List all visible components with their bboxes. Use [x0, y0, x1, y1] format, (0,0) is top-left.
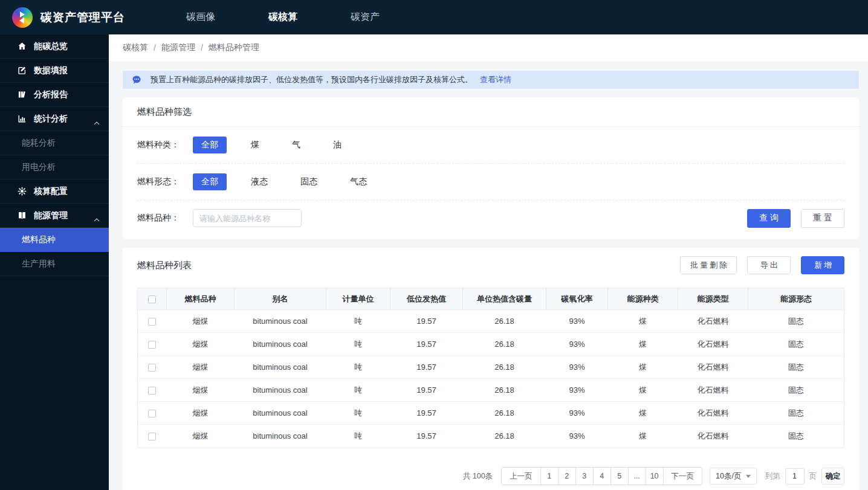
filter-option[interactable]: 煤 [242, 137, 268, 153]
table-cell: 煤 [608, 379, 678, 402]
row-checkbox[interactable] [148, 433, 156, 440]
sidebar-item[interactable]: 生产用料 [0, 252, 109, 276]
page-number-button[interactable]: 3 [575, 468, 593, 485]
top-tab[interactable]: 碳核算 [268, 11, 297, 24]
goto-confirm-button[interactable]: 确定 [821, 468, 844, 485]
table-cell: 19.57 [390, 379, 463, 402]
sidebar-item[interactable]: 能源管理 [0, 204, 109, 228]
page-number-button[interactable]: 1 [540, 468, 558, 485]
filter-option[interactable]: 气 [283, 137, 309, 153]
table-cell: bituminous coal [235, 402, 326, 425]
table-cell: 烟煤 [167, 379, 235, 402]
chart-icon [17, 114, 27, 124]
breadcrumb-item[interactable]: 碳核算 [123, 42, 148, 53]
filter-card-title: 燃料品种筛选 [123, 97, 859, 127]
table-row: 烟煤bituminous coal吨19.5726.1893%煤化石燃料固态 [138, 425, 844, 448]
table-cell: 26.18 [463, 379, 546, 402]
table-cell: 93% [546, 356, 608, 379]
table-cell: 化石燃料 [678, 356, 748, 379]
export-button[interactable]: 导出 [747, 256, 791, 274]
sidebar-item-label: 能耗分析 [22, 138, 56, 149]
page-number-button[interactable]: 2 [558, 468, 575, 485]
chevron-down-icon [746, 475, 751, 478]
table-row: 烟煤bituminous coal吨19.5726.1893%煤化石燃料固态 [138, 333, 844, 356]
page-size-select[interactable]: 10条/页 [710, 468, 756, 485]
table-cell: 19.57 [390, 333, 463, 356]
filter-option[interactable]: 全部 [193, 137, 227, 153]
home-icon [17, 42, 27, 51]
table-cell: 固态 [748, 402, 844, 425]
batch-delete-button[interactable]: 批量删除 [680, 256, 737, 274]
sidebar-item[interactable]: 用电分析 [0, 155, 109, 179]
column-header: 燃料品种 [167, 288, 235, 310]
filter-label: 燃料种类： [137, 140, 193, 150]
row-checkbox[interactable] [148, 387, 156, 395]
sidebar-item-label: 分析报告 [34, 89, 68, 100]
select-all-checkbox[interactable] [148, 295, 156, 303]
column-header: 碳氧化率 [546, 288, 608, 310]
sidebar-item-label: 用电分析 [22, 162, 56, 173]
topbar: 碳资产管理平台 碳画像碳核算碳资产 [0, 0, 868, 34]
filter-label: 燃料品种： [137, 213, 193, 224]
page-ellipsis[interactable]: ... [628, 468, 646, 485]
banner-detail-link[interactable]: 查看详情 [480, 74, 511, 85]
table-cell: 煤 [608, 356, 678, 379]
page-group: 上一页12345...10下一页 [501, 467, 702, 485]
search-button[interactable]: 查询 [747, 209, 791, 228]
page-number-button[interactable]: 4 [593, 468, 611, 485]
sidebar-item[interactable]: 能碳总览 [0, 34, 109, 59]
table-cell: 19.57 [390, 356, 463, 379]
row-checkbox[interactable] [148, 318, 156, 326]
column-header: 能源类型 [678, 288, 748, 310]
filter-card: 燃料品种筛选 燃料种类： 全部煤气油 燃料形态： 全部液态固态气态 燃料品种： … [123, 97, 859, 239]
column-header: 低位发热值 [390, 288, 463, 310]
row-select-cell [138, 310, 167, 333]
fuel-form-filter-row: 燃料形态： 全部液态固态气态 [123, 164, 859, 200]
table-cell: 93% [546, 379, 608, 402]
row-checkbox[interactable] [148, 364, 156, 372]
table-row: 烟煤bituminous coal吨19.5726.1893%煤化石燃料固态 [138, 356, 844, 379]
edit-icon [17, 66, 27, 76]
sidebar: 能碳总览数据填报分析报告统计分析能耗分析用电分析核算配置能源管理燃料品种生产用料 [0, 34, 109, 490]
sidebar-item-label: 核算配置 [34, 186, 68, 197]
page-number-button[interactable]: 5 [611, 468, 628, 485]
row-checkbox[interactable] [148, 341, 156, 349]
table-cell: 吨 [326, 333, 390, 356]
table-row: 烟煤bituminous coal吨19.5726.1893%煤化石燃料固态 [138, 402, 844, 425]
top-tab[interactable]: 碳画像 [186, 11, 215, 24]
sidebar-item[interactable]: 统计分析 [0, 107, 109, 131]
table-cell: 烟煤 [167, 402, 235, 425]
filter-option[interactable]: 液态 [242, 173, 276, 190]
table-cell: 93% [546, 333, 608, 356]
sidebar-item[interactable]: 分析报告 [0, 83, 109, 107]
filter-option[interactable]: 固态 [292, 173, 326, 190]
table-cell: bituminous coal [235, 379, 326, 402]
table-cell: 26.18 [463, 425, 546, 448]
goto-page-input[interactable] [785, 468, 805, 485]
breadcrumb-item[interactable]: 能源管理 [161, 42, 195, 53]
filter-option[interactable]: 油 [325, 137, 350, 153]
table-cell: 煤 [608, 310, 678, 333]
top-tab[interactable]: 碳资产 [351, 11, 380, 24]
sidebar-item[interactable]: 燃料品种 [0, 228, 109, 252]
sidebar-item[interactable]: 数据填报 [0, 59, 109, 83]
reset-button[interactable]: 重置 [801, 209, 844, 228]
table-cell: 26.18 [463, 402, 546, 425]
table-cell: 固态 [748, 379, 844, 402]
add-button[interactable]: 新增 [801, 256, 844, 274]
table-cell: 吨 [326, 310, 390, 333]
row-checkbox[interactable] [148, 410, 156, 417]
fuel-table: 燃料品种别名计量单位低位发热值单位热值含碳量碳氧化率能源种类能源类型能源形态 烟… [137, 288, 844, 448]
sidebar-item[interactable]: 核算配置 [0, 179, 109, 204]
sidebar-item[interactable]: 能耗分析 [0, 131, 109, 155]
fuel-name-input[interactable] [193, 209, 302, 227]
next-page-button[interactable]: 下一页 [663, 468, 702, 485]
app-logo-icon [12, 7, 33, 28]
main-panel: 预置上百种能源品种的碳排放因子、低位发热值等，预设国内各行业碳排放因子及核算公式… [109, 61, 868, 490]
filter-option[interactable]: 全部 [193, 173, 227, 190]
prev-page-button[interactable]: 上一页 [502, 468, 540, 485]
total-count: 共 100条 [463, 471, 493, 482]
page-number-button[interactable]: 10 [646, 468, 663, 485]
filter-option[interactable]: 气态 [342, 173, 375, 190]
breadcrumb-item: 燃料品种管理 [209, 42, 259, 53]
